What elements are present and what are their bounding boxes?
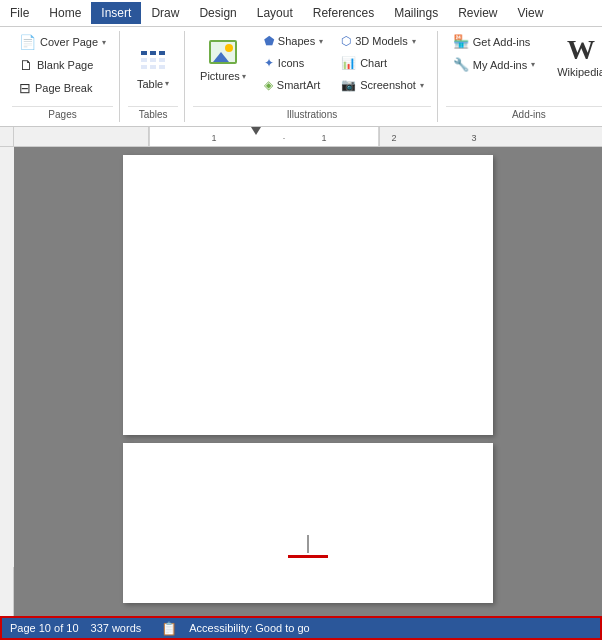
proofing-status: Accessibility: Good to go <box>189 622 309 634</box>
pictures-label: Pictures <box>200 70 240 82</box>
document-canvas[interactable] <box>14 147 602 616</box>
svg-text:1: 1 <box>211 133 216 143</box>
vertical-ruler <box>0 147 14 616</box>
icons-label: Icons <box>278 57 304 69</box>
menu-design[interactable]: Design <box>189 2 246 24</box>
vertical-ruler-svg <box>0 147 14 567</box>
wikipedia-button[interactable]: W Wikipedia <box>550 31 602 83</box>
page-break-button[interactable]: ⊟ Page Break <box>12 77 99 99</box>
word-count: 337 words <box>91 622 142 634</box>
ribbon-group-addins: 🏪 Get Add-ins 🔧 My Add-ins ▾ W Wikipedia… <box>440 31 602 122</box>
menu-review[interactable]: Review <box>448 2 507 24</box>
menu-draw[interactable]: Draw <box>141 2 189 24</box>
main-area <box>0 147 602 616</box>
3d-models-label: 3D Models <box>355 35 408 47</box>
red-underline <box>288 555 328 558</box>
screenshot-dropdown-icon: ▾ <box>420 81 424 90</box>
page-bottom <box>123 443 493 603</box>
menu-mailings[interactable]: Mailings <box>384 2 448 24</box>
menu-home[interactable]: Home <box>39 2 91 24</box>
blank-page-button[interactable]: 🗋 Blank Page <box>12 54 100 76</box>
text-cursor <box>308 535 309 553</box>
screenshot-button[interactable]: 📷 Screenshot ▾ <box>334 75 431 95</box>
page-break-label: Page Break <box>35 82 92 94</box>
chart-icon: 📊 <box>341 56 356 70</box>
pictures-icon <box>207 36 239 68</box>
get-addins-icon: 🏪 <box>453 34 469 49</box>
menu-layout[interactable]: Layout <box>247 2 303 24</box>
blank-page-label: Blank Page <box>37 59 93 71</box>
smartart-icon: ◈ <box>264 78 273 92</box>
icons-icon: ✦ <box>264 56 274 70</box>
smartart-label: SmartArt <box>277 79 320 91</box>
pictures-dropdown-icon: ▾ <box>242 72 246 81</box>
pages-group-label: Pages <box>12 106 113 122</box>
cover-page-icon: 📄 <box>19 34 36 50</box>
3d-dropdown-icon: ▾ <box>412 37 416 46</box>
my-addins-label: My Add-ins <box>473 59 527 71</box>
my-addins-icon: 🔧 <box>453 57 469 72</box>
shapes-button[interactable]: ⬟ Shapes ▾ <box>257 31 330 51</box>
cover-page-label: Cover Page <box>40 36 98 48</box>
wikipedia-icon: W <box>567 36 595 64</box>
page-info: Page 10 of 10 <box>10 622 79 634</box>
shapes-icon: ⬟ <box>264 34 274 48</box>
ruler-svg: 1 · 1 2 3 <box>14 127 602 146</box>
addins-group-label: Add-ins <box>446 106 602 122</box>
ribbon-group-pages: 📄 Cover Page ▾ 🗋 Blank Page ⊟ Page Break… <box>6 31 120 122</box>
chart-button[interactable]: 📊 Chart <box>334 53 431 73</box>
svg-text:·: · <box>283 133 286 143</box>
cover-page-button[interactable]: 📄 Cover Page ▾ <box>12 31 113 53</box>
menu-view[interactable]: View <box>508 2 554 24</box>
chart-label: Chart <box>360 57 387 69</box>
screenshot-label: Screenshot <box>360 79 416 91</box>
3d-models-button[interactable]: ⬡ 3D Models ▾ <box>334 31 431 51</box>
my-addins-button[interactable]: 🔧 My Add-ins ▾ <box>446 54 542 75</box>
ribbon-group-illustrations: Pictures ▾ ⬟ Shapes ▾ ✦ Icons <box>187 31 438 122</box>
table-label: Table <box>137 78 163 90</box>
menu-file[interactable]: File <box>0 2 39 24</box>
menu-references[interactable]: References <box>303 2 384 24</box>
ribbon: 📄 Cover Page ▾ 🗋 Blank Page ⊟ Page Break… <box>0 27 602 127</box>
page-break-icon: ⊟ <box>19 80 31 96</box>
horizontal-ruler: 1 · 1 2 3 <box>14 127 602 146</box>
icons-button[interactable]: ✦ Icons <box>257 53 330 73</box>
ribbon-group-tables: Table ▾ Tables <box>122 31 185 122</box>
svg-text:2: 2 <box>391 133 396 143</box>
wikipedia-label: Wikipedia <box>557 66 602 78</box>
status-bar: Page 10 of 10 337 words 📋 Accessibility:… <box>0 616 602 640</box>
table-dropdown-icon: ▾ <box>165 79 169 88</box>
smartart-button[interactable]: ◈ SmartArt <box>257 75 330 95</box>
svg-rect-10 <box>0 147 14 567</box>
shapes-dropdown-icon: ▾ <box>319 37 323 46</box>
ruler: 1 · 1 2 3 <box>0 127 602 147</box>
menu-bar: File Home Insert Draw Design Layout Refe… <box>0 0 602 27</box>
shapes-label: Shapes <box>278 35 315 47</box>
page-top <box>123 155 493 435</box>
svg-text:1: 1 <box>321 133 326 143</box>
table-button[interactable]: Table ▾ <box>128 39 178 95</box>
svg-rect-1 <box>149 127 379 146</box>
3d-models-icon: ⬡ <box>341 34 351 48</box>
illustrations-group-label: Illustrations <box>193 106 431 122</box>
table-icon <box>137 44 169 76</box>
get-addins-button[interactable]: 🏪 Get Add-ins <box>446 31 542 52</box>
cover-page-dropdown-icon: ▾ <box>102 38 106 47</box>
ruler-side <box>0 127 14 146</box>
tables-group-label: Tables <box>128 106 178 122</box>
blank-page-icon: 🗋 <box>19 57 33 73</box>
my-addins-dropdown-icon: ▾ <box>531 60 535 69</box>
menu-insert[interactable]: Insert <box>91 2 141 24</box>
pictures-button[interactable]: Pictures ▾ <box>193 31 253 87</box>
proofing-icon: 📋 <box>161 621 177 636</box>
screenshot-icon: 📷 <box>341 78 356 92</box>
svg-text:3: 3 <box>471 133 476 143</box>
get-addins-label: Get Add-ins <box>473 36 530 48</box>
